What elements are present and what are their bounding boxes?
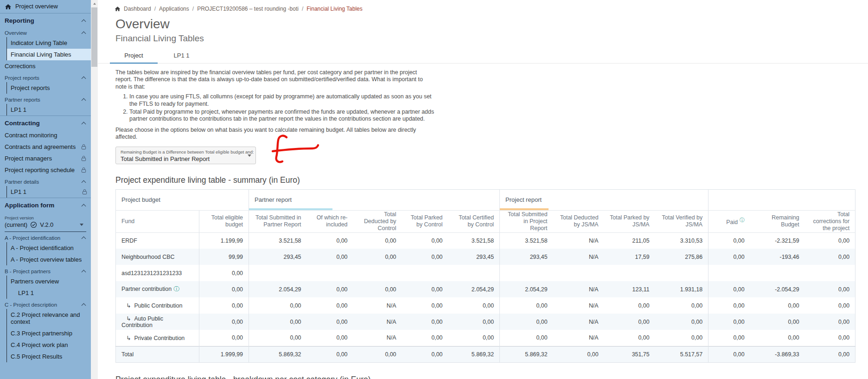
value-cell: 0,00 — [708, 249, 750, 265]
value-cell: 1.199,99 — [199, 232, 249, 249]
item-label: Project reporting schedule — [5, 167, 75, 173]
value-cell: 0,00 — [500, 314, 553, 330]
value-cell: 5.869,32 — [448, 346, 500, 362]
breadcrumb-project[interactable]: PROJECT19200586 – test rounding -boti — [197, 6, 299, 12]
lock-icon — [81, 144, 86, 150]
sidebar-item-indicator-living-table[interactable]: Indicator Living Table — [7, 37, 91, 49]
sidebar-item-partners-overview[interactable]: Partners overview — [7, 276, 91, 287]
breadcrumb-current-page[interactable]: Financial Living Tables — [306, 6, 363, 12]
sidebar-item-c5-results[interactable]: C.5 Project Results — [7, 351, 91, 362]
sidebar-item-contracts-agreements[interactable]: Contracts and agreements — [0, 141, 91, 153]
value-cell: 0,00 — [307, 249, 353, 265]
chevron-up-icon — [82, 32, 86, 36]
chevron-up-icon — [82, 303, 86, 308]
sidebar-subsection-overview[interactable]: Overview — [0, 27, 91, 37]
value-cell: 0,00 — [199, 297, 249, 314]
value-cell: 211,05 — [604, 232, 655, 249]
sidebar-section-application-form[interactable]: Application form — [0, 198, 91, 212]
value-cell: 0,00 — [655, 330, 708, 346]
sidebar-item-c2-relevance[interactable]: C.2 Project relevance and context — [7, 309, 91, 328]
fund-label: ERDF — [121, 238, 137, 244]
sidebar-item-contract-monitoring[interactable]: Contract monitoring — [0, 129, 91, 141]
subsection-label: A - Project identification — [5, 235, 60, 241]
sidebar-item-lp1-partner[interactable]: LP1 1 — [7, 287, 91, 299]
value-cell: 0,00 — [199, 265, 249, 281]
scrollbar-thumb[interactable] — [91, 7, 97, 67]
value-cell: 0,00 — [307, 281, 353, 297]
sidebar-item-a-project-identification[interactable]: A - Project identification — [7, 242, 91, 254]
subsection-label: Project reports — [5, 75, 39, 81]
sidebar-section-contracting[interactable]: Contracting — [0, 116, 91, 129]
lock-icon — [82, 189, 87, 195]
value-cell — [655, 265, 708, 281]
fund-cell: ↳Auto Public Contribution — [116, 314, 199, 330]
column-header-parked-control: Total Parked by Control — [402, 210, 448, 232]
value-cell: N/A — [353, 314, 402, 330]
sidebar-item-project-overview[interactable]: Project overview — [0, 0, 91, 13]
value-cell: 0,00 — [708, 314, 750, 330]
remaining-budget-basis-select[interactable]: Remaining Budget is a Difference between… — [115, 147, 256, 164]
sidebar-subsection-partner-details[interactable]: Partner details — [0, 176, 91, 186]
group-header-project-report: Project report — [500, 189, 708, 210]
version-current-label: (current) — [5, 221, 27, 228]
tab-project[interactable]: Project — [110, 49, 158, 63]
chevron-up-icon — [82, 270, 86, 275]
info-icon[interactable]: ⓘ — [173, 286, 179, 292]
value-cell: 0,00 — [708, 281, 750, 297]
scroll-up-button[interactable] — [91, 0, 98, 7]
page-subtitle: Financial Living Tables — [98, 33, 868, 44]
summary-table-row: Partner contributionⓘ0,002.054,290,000,0… — [116, 281, 855, 297]
sidebar-item-project-reports[interactable]: Project reports — [7, 82, 91, 94]
value-cell: 0,00 — [199, 314, 249, 330]
breadcrumb-applications[interactable]: Applications — [159, 6, 189, 12]
value-cell: 2.054,29 — [500, 281, 553, 297]
value-cell: -2.321,59 — [750, 232, 805, 249]
value-cell: 0,00 — [604, 297, 655, 314]
tab-lp1[interactable]: LP1 1 — [158, 49, 205, 63]
intro-paragraph: The tables below are inspired by the fin… — [115, 69, 430, 90]
sidebar-item-project-reporting-schedule[interactable]: Project reporting schedule — [0, 164, 91, 176]
value-cell: 0,00 — [307, 346, 353, 362]
sidebar-item-financial-living-tables[interactable]: Financial Living Tables — [7, 49, 91, 60]
summary-table-row: ↳Public Contribution0,000,000,00N/A0,000… — [116, 297, 855, 314]
sidebar-item-c4-work-plan[interactable]: C.4 Project work plan — [7, 339, 91, 351]
column-header-submitted-project-report: Total Submitted in Project Report — [500, 210, 553, 232]
sidebar-subsection-b-partners[interactable]: B - Project partners — [0, 265, 91, 276]
project-version-label: Project version — [5, 215, 86, 220]
value-cell — [553, 265, 604, 281]
sidebar-item-a-project-overview-tables[interactable]: A - Project overview tables — [7, 254, 91, 265]
value-cell: 0,00 — [402, 297, 448, 314]
sidebar-item-c3-partnership[interactable]: C.3 Project partnership — [7, 328, 91, 339]
value-cell: 3.521,58 — [500, 232, 553, 249]
section-label: Application form — [5, 202, 54, 209]
value-cell: 0,00 — [448, 330, 500, 346]
value-cell: 0,00 — [604, 314, 655, 330]
sidebar-item-lp1-report[interactable]: LP1 1 — [7, 104, 91, 116]
summary-table-body: ERDF1.199,993.521,580,000,000,003.521,58… — [116, 232, 855, 362]
sidebar-subsection-c-description[interactable]: C - Project description — [0, 299, 91, 309]
value-cell: 3.521,58 — [249, 232, 307, 249]
project-version-select[interactable]: (current) V.2.0 — [5, 221, 86, 228]
intro-list-item: Total Paid by programme to project, when… — [129, 109, 440, 123]
fund-cell: Total — [116, 346, 199, 362]
sidebar-item-corrections[interactable]: Corrections — [0, 60, 91, 72]
sidebar: Project overview Reporting Overview Indi… — [0, 0, 91, 379]
table-actions — [115, 366, 868, 374]
value-cell: N/A — [353, 330, 402, 346]
sidebar-scrollbar[interactable] — [91, 0, 98, 379]
sidebar-section-reporting[interactable]: Reporting — [0, 13, 91, 27]
sidebar-subsection-a-identification[interactable]: A - Project identification — [0, 232, 91, 242]
value-cell: 0,00 — [199, 281, 249, 297]
sidebar-item-lp1-details[interactable]: LP1 1 — [7, 186, 91, 198]
column-header-parked-jsma: Total Parked by JS/MA — [604, 210, 655, 232]
value-cell: -2.054,29 — [750, 281, 805, 297]
sidebar-group: Project reports — [6, 82, 91, 94]
value-cell — [448, 265, 500, 281]
subsection-label: Overview — [5, 30, 27, 36]
breadcrumb-dashboard[interactable]: Dashboard — [124, 6, 151, 12]
sidebar-item-project-managers[interactable]: Project managers — [0, 153, 91, 164]
sidebar-subsection-project-reports[interactable]: Project reports — [0, 72, 91, 82]
info-icon[interactable]: ⓘ — [740, 217, 745, 223]
value-cell: 0,00 — [708, 330, 750, 346]
sidebar-subsection-partner-reports[interactable]: Partner reports — [0, 94, 91, 104]
